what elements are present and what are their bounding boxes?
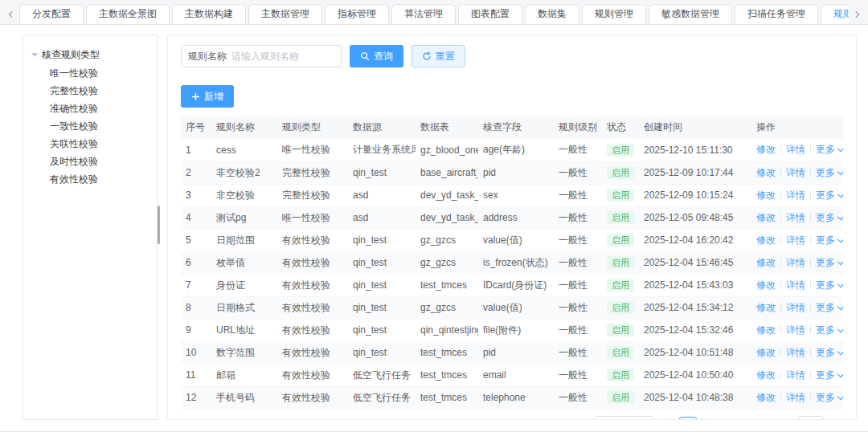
edit-link[interactable]: 修改	[756, 212, 776, 223]
query-button[interactable]: 查询	[350, 45, 403, 67]
tree-item-1[interactable]: 唯一性校验	[50, 64, 149, 82]
page-number-1[interactable]: 1	[679, 417, 697, 421]
cell-name: cess	[211, 139, 277, 161]
tab-9[interactable]: 规则管理	[582, 4, 646, 24]
chevron-down-icon	[837, 213, 843, 219]
more-link[interactable]: 更多	[816, 369, 843, 381]
more-link[interactable]: 更多	[816, 144, 843, 155]
edit-link[interactable]: 修改	[756, 347, 776, 358]
tab-3[interactable]: 主数据构建	[172, 4, 246, 24]
add-button[interactable]: 新增	[181, 85, 234, 108]
tab-7[interactable]: 图表配置	[458, 4, 522, 24]
tab-11[interactable]: 扫描任务管理	[735, 4, 818, 24]
more-link[interactable]: 更多	[816, 324, 843, 336]
page-number-2[interactable]: 2	[703, 417, 721, 421]
more-link[interactable]: 更多	[816, 212, 843, 223]
cell-type: 完整性校验	[277, 184, 348, 206]
more-link[interactable]: 更多	[816, 347, 843, 358]
tab-6[interactable]: 算法管理	[391, 4, 456, 24]
edit-link[interactable]: 修改	[756, 190, 776, 201]
tab-4[interactable]: 主数据管理	[248, 4, 322, 24]
more-link[interactable]: 更多	[816, 190, 843, 201]
table-row: 7身份证有效性校验qin_testtest_tmcesIDcard(身份证)一般…	[181, 274, 843, 296]
tree-item-4[interactable]: 一致性校验	[50, 117, 149, 135]
tree-item-3[interactable]: 准确性校验	[50, 100, 149, 117]
more-link[interactable]: 更多	[816, 234, 843, 246]
detail-link[interactable]: 详情	[786, 234, 805, 246]
scrollbar-thumb[interactable]	[158, 206, 160, 244]
cell-level: 一般性	[554, 319, 602, 341]
tree-item-5[interactable]: 关联性校验	[50, 135, 149, 153]
cell-source: 低空飞行任务	[348, 386, 416, 409]
tab-1[interactable]: 分发配置	[19, 4, 84, 24]
detail-link[interactable]: 详情	[786, 347, 805, 358]
page-number-3[interactable]: 3	[727, 417, 745, 421]
cell-name: 邮箱	[211, 364, 277, 386]
cell-status: 启用	[602, 206, 639, 229]
detail-link[interactable]: 详情	[786, 324, 805, 336]
cell-source: qin_test	[348, 319, 416, 341]
status-badge: 启用	[607, 256, 634, 269]
detail-link[interactable]: 详情	[786, 257, 805, 268]
edit-link[interactable]: 修改	[756, 234, 776, 246]
cell-name: 非空校验2	[211, 161, 277, 184]
more-link[interactable]: 更多	[816, 392, 843, 403]
cell-type: 有效性校验	[277, 364, 348, 386]
tab-5[interactable]: 指标管理	[325, 4, 389, 24]
cell-field: value(值)	[478, 229, 554, 251]
chevron-down-icon	[837, 190, 843, 197]
detail-link[interactable]: 详情	[786, 369, 805, 381]
edit-link[interactable]: 修改	[756, 167, 776, 178]
cell-field: age(年龄)	[478, 139, 554, 161]
tree-item-7[interactable]: 有效性校验	[50, 170, 149, 188]
cell-field: address	[478, 206, 554, 229]
table-row: 9URL地址有效性校验qin_testqin_qintestjing...fil…	[181, 319, 843, 341]
tab-list: 分发配置主数据全景图主数据构建主数据管理指标管理算法管理图表配置数据集规则管理敏…	[19, 4, 849, 24]
edit-link[interactable]: 修改	[756, 392, 776, 403]
cell-table: dev_yd_task_lo...	[416, 184, 478, 206]
tab-scroll-right-button[interactable]	[849, 5, 863, 24]
more-link[interactable]: 更多	[816, 302, 843, 313]
cell-type: 唯一性校验	[277, 206, 348, 229]
rules-table: 序号规则名称规则类型数据源数据表核查字段规则级别状态创建时间操作 1cess唯一…	[181, 116, 843, 410]
edit-link[interactable]: 修改	[756, 279, 776, 291]
reset-button[interactable]: 重置	[411, 45, 465, 67]
detail-link[interactable]: 详情	[786, 144, 805, 155]
cell-status: 启用	[602, 229, 639, 251]
page-size-select[interactable]: 20条/页	[596, 416, 653, 421]
cell-no: 3	[181, 184, 211, 206]
action-divider	[780, 326, 781, 334]
tab-2[interactable]: 主数据全景图	[86, 4, 170, 24]
tree-item-2[interactable]: 完整性校验	[50, 82, 149, 100]
status-badge: 启用	[607, 211, 634, 224]
edit-link[interactable]: 修改	[756, 324, 776, 336]
detail-link[interactable]: 详情	[786, 302, 805, 313]
tree-root-rule-types[interactable]: 核查规则类型	[31, 47, 149, 63]
tab-8[interactable]: 数据集	[525, 4, 579, 24]
edit-link[interactable]: 修改	[756, 302, 776, 313]
table-header-row: 序号规则名称规则类型数据源数据表核查字段规则级别状态创建时间操作	[181, 116, 843, 139]
tree-item-6[interactable]: 及时性校验	[50, 153, 149, 170]
more-link[interactable]: 更多	[816, 257, 843, 268]
detail-link[interactable]: 详情	[786, 392, 805, 403]
detail-link[interactable]: 详情	[786, 190, 805, 201]
rule-name-input[interactable]	[231, 51, 334, 62]
detail-link[interactable]: 详情	[786, 279, 805, 291]
tab-scroll-left-button[interactable]	[5, 5, 19, 24]
status-badge: 启用	[607, 324, 634, 336]
edit-link[interactable]: 修改	[756, 144, 776, 155]
sidebar: 核查规则类型 唯一性校验完整性校验准确性校验一致性校验关联性校验及时性校验有效性…	[23, 35, 158, 420]
goto-page-input[interactable]	[798, 416, 824, 421]
detail-link[interactable]: 详情	[786, 212, 805, 223]
tab-10[interactable]: 敏感数据管理	[649, 4, 732, 24]
toolbar: 新增	[181, 85, 843, 108]
more-link[interactable]: 更多	[816, 279, 843, 291]
edit-link[interactable]: 修改	[756, 369, 776, 381]
detail-link[interactable]: 详情	[786, 167, 805, 178]
chevron-down-icon	[837, 145, 843, 152]
more-link[interactable]: 更多	[816, 167, 843, 178]
cell-created: 2025-12-04 15:34:12	[639, 296, 751, 319]
tab-12[interactable]: 规则配置	[821, 4, 849, 24]
action-divider	[810, 393, 811, 401]
edit-link[interactable]: 修改	[756, 257, 776, 268]
